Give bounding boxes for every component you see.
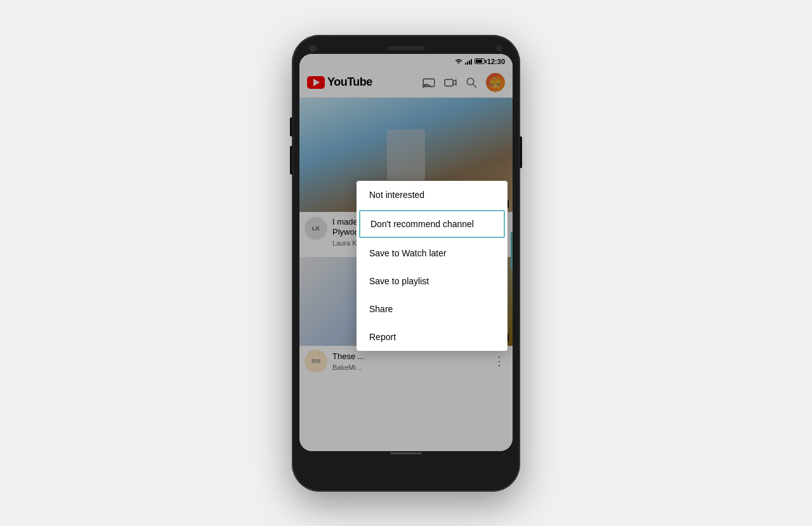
menu-item-report[interactable]: Report [357, 323, 508, 351]
menu-item-share[interactable]: Share [357, 295, 508, 323]
menu-item-save-playlist[interactable]: Save to playlist [357, 267, 508, 295]
phone-device: 12:30 YouTube [292, 35, 520, 492]
menu-item-dont-recommend[interactable]: Don't recommend channel [359, 210, 505, 238]
power-button [520, 136, 522, 168]
menu-item-save-watch-later[interactable]: Save to Watch later [357, 239, 508, 267]
phone-screen: 12:30 YouTube [299, 54, 513, 451]
volume-up-button [290, 117, 292, 136]
volume-down-button [290, 146, 292, 174]
home-indicator-area [299, 451, 513, 456]
sensor [496, 45, 502, 51]
context-menu: Not interested Don't recommend channel S… [357, 181, 508, 351]
earpiece [387, 46, 425, 50]
home-indicator [390, 452, 422, 454]
phone-notch [299, 43, 513, 54]
front-camera [310, 45, 316, 51]
menu-item-not-interested[interactable]: Not interested [357, 181, 508, 209]
